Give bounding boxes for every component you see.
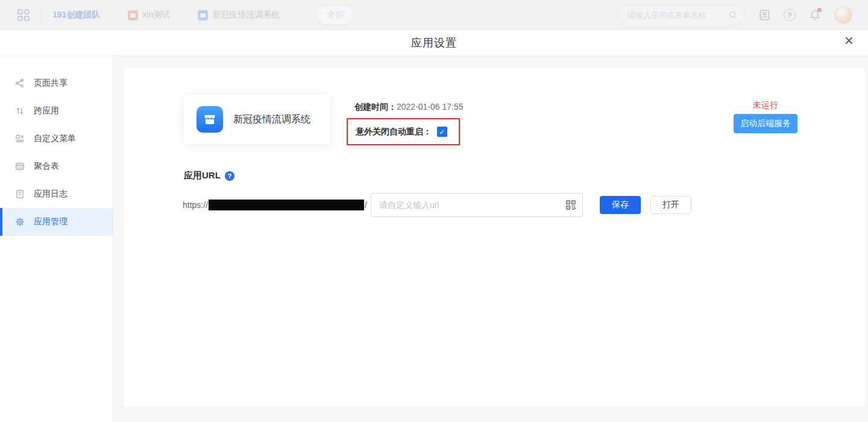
sidebar-item-label: 跨应用 (34, 106, 59, 116)
tab-label: xin测试 (142, 10, 170, 20)
share-icon (15, 78, 25, 88)
user-avatar[interactable] (834, 6, 852, 24)
app-card: 新冠疫情流调系统 (184, 95, 330, 144)
page-title: 应用设置 (411, 36, 457, 50)
url-suffix: / (365, 200, 367, 210)
topbar: 191创建团队 xin测试 新冠疫情流调系统 全部 (0, 0, 868, 30)
document-icon (15, 189, 25, 199)
created-time-label: 创建时间： (354, 102, 397, 112)
help-icon[interactable]: ? (784, 9, 796, 21)
app-url-label-row: 应用URL ? (184, 170, 234, 181)
sidebar-item-page-share[interactable]: 页面共享 (0, 69, 113, 97)
close-icon[interactable]: × (844, 33, 854, 48)
app-url-row: https:// / 保存 打开 (183, 193, 691, 217)
auto-restart-checkbox[interactable]: ✓ (437, 127, 447, 137)
settings-sidebar: 页面共享 跨应用 自定义菜单 (0, 56, 113, 422)
team-name-link[interactable]: 191创建团队 (52, 10, 100, 20)
app-grid-icon[interactable] (17, 8, 30, 22)
app-name: 新冠疫情流调系统 (233, 113, 310, 126)
xin-test-app-icon (128, 10, 138, 20)
sidebar-item-cross-app[interactable]: 跨应用 (0, 97, 113, 125)
url-help-icon[interactable]: ? (225, 171, 234, 181)
auto-restart-label: 意外关闭自动重启： (356, 127, 432, 137)
sidebar-item-label: 聚合表 (34, 161, 59, 172)
custom-url-input[interactable] (371, 193, 583, 217)
notifications-bell-icon[interactable] (809, 9, 821, 21)
covid-app-icon (198, 10, 208, 20)
app-storefront-icon (197, 106, 223, 133)
sidebar-item-custom-menu[interactable]: 自定义菜单 (0, 125, 113, 153)
status-badge: 未运行 (734, 100, 797, 111)
sidebar-item-label: 应用管理 (34, 216, 68, 227)
qr-code-icon[interactable] (566, 200, 576, 210)
sidebar-item-aggregate-table[interactable]: 聚合表 (0, 153, 113, 180)
auto-restart-annotation-box: 意外关闭自动重启： ✓ (347, 118, 460, 145)
gear-icon (15, 217, 25, 227)
modal-header: 应用设置 × (0, 30, 868, 56)
aggregate-table-icon (15, 162, 25, 171)
created-time-row: 创建时间：2022-01-06 17:55 (354, 102, 464, 113)
redacted-url-segment (209, 200, 364, 210)
sidebar-item-label: 应用日志 (34, 189, 68, 200)
tab-covid-system[interactable]: 新冠疫情流调系统 (198, 10, 280, 20)
sidebar-item-label: 页面共享 (34, 78, 68, 89)
custom-menu-icon (15, 134, 25, 143)
sidebar-item-app-management[interactable]: 应用管理 (0, 208, 113, 236)
up-down-arrows-icon (15, 106, 25, 116)
created-time-value: 2022-01-06 17:55 (397, 102, 464, 112)
all-apps-pill[interactable]: 全部 (317, 6, 353, 24)
open-button[interactable]: 打开 (650, 196, 691, 214)
content-area: 新冠疫情流调系统 创建时间：2022-01-06 17:55 意外关闭自动重启：… (113, 56, 868, 422)
sidebar-item-label: 自定义菜单 (34, 133, 76, 144)
notification-badge (817, 8, 822, 12)
search-input[interactable] (617, 5, 745, 25)
sidebar-item-app-log[interactable]: 应用日志 (0, 180, 113, 208)
tab-xin-test[interactable]: xin测试 (128, 10, 170, 20)
global-search (617, 5, 745, 25)
tab-label: 新冠疫情流调系统 (212, 10, 280, 20)
save-button[interactable]: 保存 (600, 196, 641, 214)
url-prefix: https:// (183, 200, 208, 210)
start-backend-button[interactable]: 启动后端服务 (734, 114, 797, 133)
custom-url-field (371, 193, 583, 217)
search-icon[interactable] (728, 10, 738, 20)
app-url-label: 应用URL (184, 170, 221, 181)
app-management-panel: 新冠疫情流调系统 创建时间：2022-01-06 17:55 意外关闭自动重启：… (124, 68, 864, 407)
topbar-divider (41, 9, 42, 21)
contacts-icon[interactable] (758, 9, 770, 21)
